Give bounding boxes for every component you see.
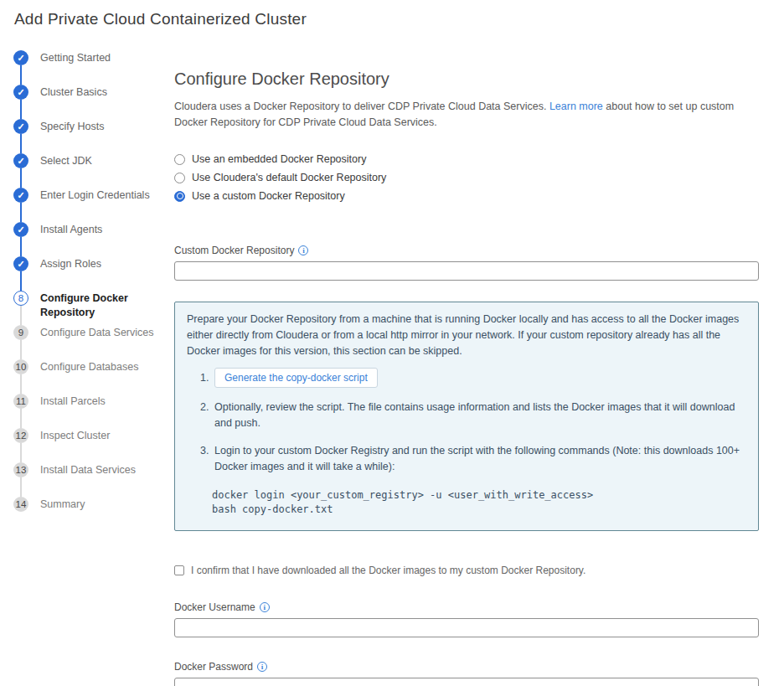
sidebar-step-cluster-basics[interactable]: ✓Cluster Basics <box>13 85 174 100</box>
step-label: Specify Hosts <box>40 119 168 134</box>
docker-login-code-block: docker login <your_custom_registry> -u <… <box>212 488 746 517</box>
radio-option-label: Use an embedded Docker Repository <box>192 153 366 165</box>
page-title: Add Private Cloud Containerized Cluster <box>0 0 784 28</box>
confirm-download-checkbox[interactable] <box>174 565 184 575</box>
radio-option-use-an-embedded-docker-repository[interactable]: Use an embedded Docker Repository <box>174 150 759 168</box>
step-label: Enter Login Credentials <box>40 188 168 203</box>
info-box-intro: Prepare your Docker Repository from a ma… <box>187 312 746 359</box>
step-number-badge: 13 <box>13 462 28 477</box>
sidebar-step-install-agents[interactable]: ✓Install Agents <box>13 222 174 237</box>
step-check-icon: ✓ <box>13 222 28 237</box>
step-label: Install Data Services <box>40 462 168 477</box>
radio-option-label: Use a custom Docker Repository <box>192 190 345 202</box>
docker-prepare-info-box: Prepare your Docker Repository from a ma… <box>174 302 759 531</box>
step-label: Configure Data Services <box>40 325 168 340</box>
docker-password-input[interactable] <box>174 678 759 686</box>
custom-docker-repo-label-text: Custom Docker Repository <box>174 245 294 256</box>
generate-copy-docker-script-button[interactable]: Generate the copy-docker script <box>214 368 378 388</box>
docker-username-label-text: Docker Username <box>174 601 255 613</box>
info-box-steps: Generate the copy-docker script Optional… <box>187 368 746 475</box>
wizard-step-content: Configure Docker Repository Cloudera use… <box>174 50 759 686</box>
sidebar-step-enter-login-credentials[interactable]: ✓Enter Login Credentials <box>13 188 174 203</box>
wizard-step-sidebar: ✓Getting Started✓Cluster Basics✓Specify … <box>0 50 174 686</box>
intro-before-link: Cloudera uses a Docker Repository to del… <box>174 101 549 112</box>
code-line-2: bash copy-docker.txt <box>212 503 333 515</box>
code-line-1: docker login <your_custom_registry> -u <… <box>212 489 593 501</box>
step-label: Select JDK <box>40 153 168 168</box>
step-label: Configure Docker Repository <box>40 291 168 320</box>
radio-selected-icon[interactable] <box>174 191 185 202</box>
step-check-icon: ✓ <box>13 50 28 65</box>
step-label: Summary <box>40 497 168 512</box>
sidebar-step-install-data-services[interactable]: 13Install Data Services <box>13 462 174 477</box>
step-label: Install Agents <box>40 222 168 237</box>
radio-option-label: Use Cloudera's default Docker Repository <box>192 172 386 183</box>
radio-unselected-icon[interactable] <box>174 173 185 183</box>
step-number-badge: 8 <box>13 291 28 306</box>
sidebar-step-configure-docker-repository[interactable]: 8Configure Docker Repository <box>13 291 174 306</box>
info-box-step-1: Generate the copy-docker script <box>212 368 746 388</box>
info-icon[interactable] <box>260 602 270 612</box>
sidebar-step-assign-roles[interactable]: ✓Assign Roles <box>13 256 174 271</box>
docker-password-label-text: Docker Password <box>174 661 253 673</box>
sidebar-step-specify-hosts[interactable]: ✓Specify Hosts <box>13 119 174 134</box>
docker-repo-radio-group: Use an embedded Docker RepositoryUse Clo… <box>174 150 759 205</box>
docker-username-input[interactable] <box>174 618 759 637</box>
docker-password-label: Docker Password <box>174 661 759 673</box>
step-check-icon: ✓ <box>13 188 28 203</box>
docker-username-label: Docker Username <box>174 601 759 613</box>
step-number-badge: 14 <box>13 497 28 512</box>
sidebar-step-select-jdk[interactable]: ✓Select JDK <box>13 153 174 168</box>
info-box-step-3: Login to your custom Docker Registry and… <box>212 443 746 475</box>
custom-docker-repo-input[interactable] <box>174 261 759 281</box>
step-number-badge: 9 <box>13 325 28 340</box>
radio-option-use-a-custom-docker-repository[interactable]: Use a custom Docker Repository <box>174 187 759 205</box>
info-icon[interactable] <box>298 245 308 255</box>
step-label: Assign Roles <box>40 256 168 271</box>
step-label: Configure Databases <box>40 359 168 374</box>
radio-unselected-icon[interactable] <box>174 154 185 165</box>
custom-docker-repo-label: Custom Docker Repository <box>174 245 759 256</box>
step-check-icon: ✓ <box>13 85 28 100</box>
sidebar-step-configure-databases[interactable]: 10Configure Databases <box>13 359 174 374</box>
sidebar-step-configure-data-services[interactable]: 9Configure Data Services <box>13 325 174 340</box>
sidebar-step-install-parcels[interactable]: 11Install Parcels <box>13 394 174 409</box>
step-label: Inspect Cluster <box>40 428 168 443</box>
confirm-download-row: I confirm that I have downloaded all the… <box>174 565 759 576</box>
sidebar-step-summary[interactable]: 14Summary <box>13 497 174 512</box>
step-check-icon: ✓ <box>13 256 28 271</box>
step-heading: Configure Docker Repository <box>174 69 759 89</box>
step-number-badge: 12 <box>13 428 28 443</box>
step-label: Cluster Basics <box>40 85 168 100</box>
step-intro-text: Cloudera uses a Docker Repository to del… <box>174 99 759 131</box>
radio-option-use-cloudera-s-default-docker-repository[interactable]: Use Cloudera's default Docker Repository <box>174 168 759 187</box>
step-check-icon: ✓ <box>13 119 28 134</box>
learn-more-link[interactable]: Learn more <box>549 101 603 112</box>
step-label: Install Parcels <box>40 394 168 409</box>
sidebar-step-inspect-cluster[interactable]: 12Inspect Cluster <box>13 428 174 443</box>
step-number-badge: 10 <box>13 359 28 374</box>
step-label: Getting Started <box>40 50 168 65</box>
info-box-step-2: Optionally, review the script. The file … <box>212 400 746 431</box>
step-check-icon: ✓ <box>13 153 28 168</box>
sidebar-step-getting-started[interactable]: ✓Getting Started <box>13 50 174 65</box>
info-icon[interactable] <box>257 662 267 672</box>
step-number-badge: 11 <box>13 394 28 409</box>
confirm-download-label: I confirm that I have downloaded all the… <box>191 565 585 576</box>
wizard-layout: ✓Getting Started✓Cluster Basics✓Specify … <box>0 50 784 686</box>
